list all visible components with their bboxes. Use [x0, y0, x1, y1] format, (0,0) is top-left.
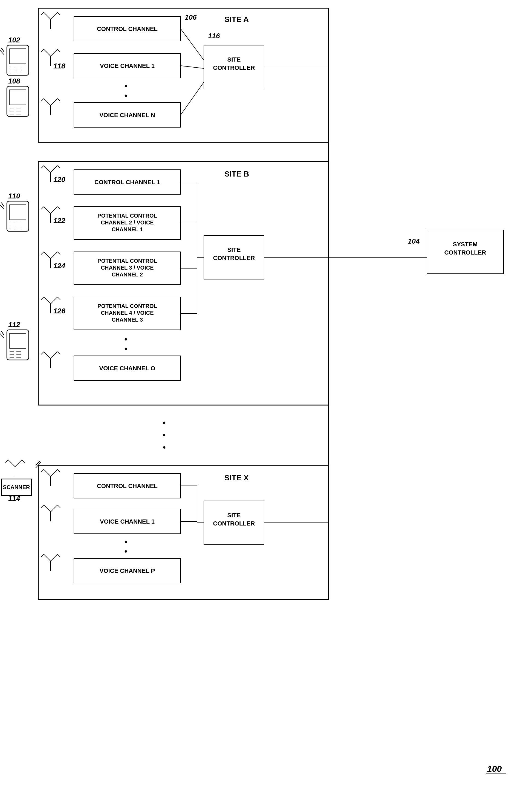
svg-rect-105	[10, 333, 26, 349]
site-x-ctrl-label2: CONTROLLER	[213, 520, 255, 527]
site-b-vco-label: VOICE CHANNEL O	[99, 365, 155, 372]
svg-rect-87	[10, 90, 26, 105]
site-b-label: SITE B	[224, 170, 249, 178]
diagram-svg: SITE A 116 CONTROL CHANNEL 106 VOICE CHA…	[0, 0, 532, 791]
site-a-dots2: •	[125, 91, 128, 100]
svg-rect-95	[10, 205, 26, 220]
site-b-pcc3-label1: POTENTIAL CONTROL	[97, 258, 157, 264]
site-a-vc1-label: VOICE CHANNEL 1	[100, 62, 155, 69]
system-ctrl-label1: SYSTEM	[453, 241, 477, 248]
site-x-vcp-label: VOICE CHANNEL P	[100, 567, 155, 574]
between-sites-dots3: •	[163, 443, 166, 452]
site-a-dots: •	[125, 81, 128, 91]
system-ctrl-label2: CONTROLLER	[444, 249, 486, 256]
site-a-cc-ref: 106	[185, 13, 197, 21]
site-a-cc-label: CONTROL CHANNEL	[97, 25, 158, 32]
site-x-vc1-label: VOICE CHANNEL 1	[100, 518, 155, 525]
site-b-cc1-label: CONTROL CHANNEL 1	[94, 179, 160, 186]
site-b-ctrl-label1: SITE	[227, 246, 241, 253]
site-b-pcc2-label1: POTENTIAL CONTROL	[97, 213, 157, 219]
site-b-ctrl-label2: CONTROLLER	[213, 255, 255, 261]
site-a-vc1-ref: 118	[53, 62, 65, 70]
svg-line-115	[8, 460, 15, 467]
site-x-dots2: •	[125, 547, 128, 556]
svg-line-84	[1, 48, 4, 52]
site-b-pcc2-label2: CHANNEL 2 / VOICE	[101, 220, 154, 226]
site-b-pcc4-ref: 126	[53, 307, 65, 315]
site-b-pcc4-label1: POTENTIAL CONTROL	[97, 303, 157, 309]
svg-line-113	[0, 332, 4, 338]
svg-line-118	[22, 460, 25, 463]
site-a-ref: 116	[208, 32, 220, 40]
site-x-label: SITE X	[224, 473, 249, 482]
scanner-label: SCANNER	[3, 484, 30, 490]
site-b-dots: •	[125, 335, 128, 344]
between-sites-dots2: •	[163, 431, 166, 439]
site-a-ctrl-label1: SITE	[227, 56, 241, 63]
site-b-pcc3-ref: 124	[53, 262, 65, 270]
site-b-pcc4-label2: CHANNEL 4 / VOICE	[101, 310, 154, 316]
site-b-pcc3-label3: CHANNEL 2	[112, 271, 143, 278]
between-sites-dots1: •	[163, 418, 166, 427]
svg-line-103	[0, 203, 4, 209]
mobile-ref-112: 112	[8, 320, 20, 329]
scanner-ref: 114	[8, 494, 20, 503]
site-b-pcc3-label2: CHANNEL 3 / VOICE	[101, 265, 154, 271]
system-ctrl-ref: 104	[408, 237, 420, 245]
svg-rect-77	[10, 49, 26, 64]
figure-ref: 100	[487, 764, 502, 774]
site-b-dots2: •	[125, 344, 128, 353]
svg-line-116	[15, 460, 22, 467]
mobile-ref-108: 108	[8, 77, 20, 85]
site-x-cc-label: CONTROL CHANNEL	[97, 483, 158, 489]
svg-line-112	[1, 331, 4, 335]
mobile-ref-110: 110	[8, 192, 20, 200]
site-b-cc1-ref: 120	[53, 175, 65, 184]
svg-line-117	[5, 460, 8, 463]
site-a-ctrl-label2: CONTROLLER	[213, 64, 255, 71]
mobile-ref-102: 102	[8, 36, 20, 44]
site-a-vcn-label: VOICE CHANNEL N	[99, 112, 155, 118]
diagram-container: SITE A 116 CONTROL CHANNEL 106 VOICE CHA…	[0, 0, 532, 791]
site-b-pcc4-label3: CHANNEL 3	[112, 317, 143, 323]
site-a-label: SITE A	[224, 15, 249, 23]
site-b-pcc2-ref: 122	[53, 216, 65, 225]
site-x-dots1: •	[125, 537, 128, 546]
svg-line-102	[1, 203, 4, 207]
site-x-ctrl-label1: SITE	[227, 512, 241, 519]
svg-line-120	[36, 461, 40, 465]
site-b-pcc2-label3: CHANNEL 1	[112, 226, 143, 232]
svg-line-85	[0, 49, 4, 55]
